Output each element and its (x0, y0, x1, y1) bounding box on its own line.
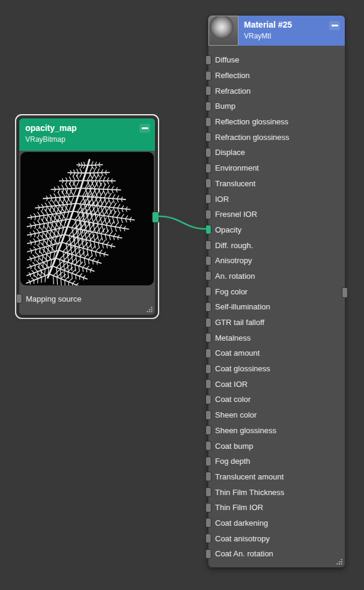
input-label: Coat bump (215, 442, 253, 451)
input-label: GTR tail falloff (215, 318, 264, 327)
input-socket[interactable] (205, 348, 211, 358)
material-input-row: Thin Film Thickness (208, 484, 345, 500)
input-label: Refraction glossiness (215, 133, 290, 142)
input-label: Sheen glossiness (215, 426, 276, 435)
input-socket[interactable] (205, 163, 211, 173)
input-socket[interactable] (205, 132, 211, 142)
input-socket[interactable] (205, 178, 211, 188)
input-socket-connected[interactable] (205, 225, 211, 234)
material-input-row: Coat bump (208, 438, 345, 454)
node-vraybitmap[interactable]: opacity_map VRayBitmap Mapping source (19, 118, 156, 315)
material-header-text[interactable]: Material #25 VRayMtl (238, 16, 345, 46)
input-label: Self-illumination (215, 302, 270, 311)
input-label: Thin Film Thickness (215, 488, 284, 497)
input-socket[interactable] (205, 271, 211, 281)
material-node-type: VRayMtl (244, 32, 345, 40)
output-socket[interactable] (152, 211, 159, 223)
input-socket[interactable] (205, 71, 211, 81)
collapse-button[interactable] (329, 21, 340, 30)
material-input-row: Diff. rough. (208, 237, 345, 253)
input-socket[interactable] (205, 410, 211, 420)
material-input-row: Fresnel IOR (208, 207, 345, 222)
input-socket[interactable] (205, 287, 211, 296)
input-socket[interactable] (16, 294, 22, 303)
input-label: Coat amount (215, 348, 259, 357)
input-socket[interactable] (205, 395, 211, 404)
input-label: Reflection glossiness (215, 117, 288, 126)
material-input-row: Coat anisotropy (208, 531, 345, 546)
input-socket[interactable] (205, 256, 211, 266)
material-input-row: Refraction (208, 83, 345, 99)
input-label: Translucent (215, 179, 255, 188)
material-node-header[interactable]: Material #25 VRayMtl (208, 16, 345, 46)
input-socket[interactable] (205, 318, 211, 327)
material-input-row: Translucent amount (208, 469, 345, 485)
bitmap-node-title: opacity_map (25, 123, 155, 134)
input-label: Fresnel IOR (215, 210, 257, 219)
material-input-row: Reflection glossiness (208, 114, 345, 130)
material-input-row: Coat color (208, 392, 345, 407)
input-socket[interactable] (205, 487, 211, 497)
input-label: Thin Film IOR (215, 503, 263, 512)
output-socket[interactable] (342, 287, 348, 298)
minus-icon (332, 25, 338, 26)
connection-wire-opacity[interactable] (159, 216, 207, 229)
material-input-list: Diffuse Reflection Refraction Bump Refle… (208, 46, 345, 562)
material-input-row: Coat glossiness (208, 361, 345, 377)
material-input-row: Coat darkening (208, 515, 345, 531)
input-socket[interactable] (205, 503, 211, 512)
input-label: Mapping source (26, 294, 82, 303)
material-input-row: Displace (208, 145, 345, 160)
input-socket[interactable] (205, 457, 211, 466)
input-label: Displace (215, 148, 245, 157)
node-vraymtl[interactable]: Material #25 VRayMtl Diffuse Reflection … (208, 15, 345, 568)
material-input-row: Diffuse (208, 52, 345, 68)
bitmap-input-row: Mapping source (19, 291, 155, 306)
input-socket[interactable] (205, 518, 211, 528)
material-preview-thumbnail[interactable] (208, 16, 238, 46)
input-socket[interactable] (205, 333, 211, 342)
input-socket[interactable] (205, 379, 211, 389)
input-label: Refraction (215, 87, 250, 96)
material-input-row: Environment (208, 160, 345, 176)
bitmap-preview-image[interactable] (20, 152, 154, 285)
input-socket[interactable] (205, 302, 211, 312)
material-input-row: GTR tail falloff (208, 315, 345, 330)
input-label: Coat anisotropy (215, 534, 270, 543)
input-socket[interactable] (205, 86, 211, 96)
bitmap-node-header[interactable]: opacity_map VRayBitmap (19, 118, 155, 151)
input-label: Fog color (215, 287, 247, 296)
material-input-row: Reflection (208, 68, 345, 84)
input-label: Coat glossiness (215, 364, 270, 373)
resize-grip-icon[interactable] (146, 306, 153, 313)
material-input-row: Anisotropy (208, 253, 345, 269)
input-socket[interactable] (205, 210, 211, 219)
input-socket[interactable] (205, 55, 211, 65)
resize-grip-icon[interactable] (336, 558, 343, 565)
input-label: Diff. rough. (215, 241, 253, 250)
input-socket[interactable] (205, 472, 211, 481)
input-label: Sheen color (215, 410, 256, 419)
material-input-row: Self-illumination (208, 299, 345, 315)
fern-leaf-image (20, 152, 154, 285)
input-socket[interactable] (205, 194, 211, 204)
input-socket[interactable] (205, 534, 211, 543)
material-input-row: Fog color (208, 284, 345, 299)
input-label: Opacity (215, 225, 241, 234)
input-socket[interactable] (205, 425, 211, 435)
input-label: Reflection (215, 71, 250, 80)
input-label: Bump (215, 102, 235, 111)
input-socket[interactable] (205, 102, 211, 111)
material-input-row: An. rotation (208, 269, 345, 284)
input-socket[interactable] (205, 441, 211, 451)
input-label: An. rotation (215, 272, 255, 281)
input-label: Metalness (215, 333, 250, 342)
material-input-row: Coat An. rotation (208, 546, 345, 562)
input-socket[interactable] (205, 549, 211, 559)
collapse-button[interactable] (139, 124, 150, 133)
input-socket[interactable] (205, 240, 211, 250)
input-label: Coat IOR (215, 380, 247, 389)
input-socket[interactable] (205, 364, 211, 374)
input-socket[interactable] (205, 148, 211, 157)
input-socket[interactable] (205, 117, 211, 127)
